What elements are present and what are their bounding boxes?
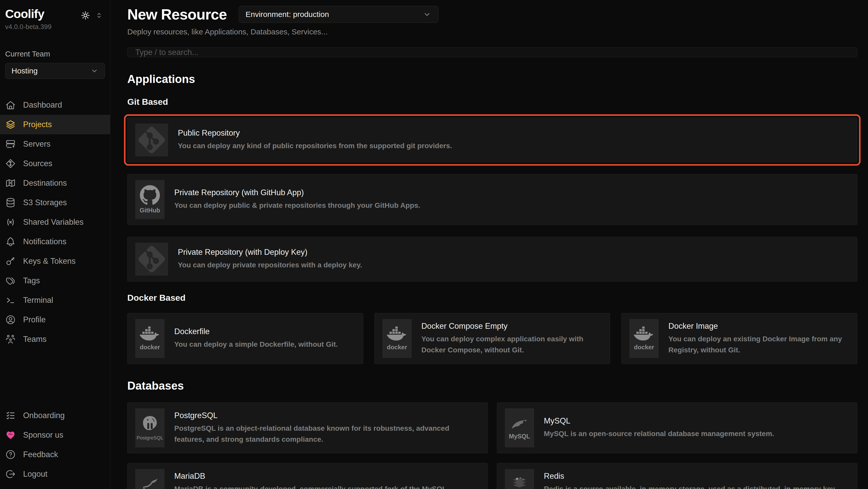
docker-logo: docker — [382, 319, 412, 358]
sidebar-item-notifications[interactable]: Notifications — [0, 232, 110, 252]
theme-switcher-chevrons-icon[interactable] — [95, 11, 103, 20]
environment-select[interactable]: Environment: production — [239, 6, 438, 23]
sidebar-item-terminal[interactable]: Terminal — [0, 290, 110, 310]
layers-icon — [5, 119, 16, 130]
card-dockerfile[interactable]: docker Dockerfile You can deploy a simpl… — [127, 313, 363, 364]
card-description: You can deploy an existing Docker Image … — [668, 333, 849, 356]
sidebar-nav: Dashboard Projects Servers Sources Desti… — [0, 95, 110, 349]
database-cards: PostgreSQL PostgreSQL PostgreSQL is an o… — [127, 402, 857, 489]
page-subtitle: Deploy resources, like Applications, Dat… — [127, 27, 857, 36]
sidebar-item-teams[interactable]: Teams — [0, 329, 110, 349]
postgresql-logo-label: PostgreSQL — [136, 435, 163, 441]
team-select-value: Hosting — [11, 66, 38, 75]
card-mysql[interactable]: MySQL MySQL MySQL is an open-source rela… — [497, 402, 857, 453]
tags-icon — [5, 275, 16, 286]
sun-icon[interactable] — [80, 10, 91, 21]
sidebar-item-sponsor-us[interactable]: Sponsor us — [0, 425, 110, 445]
map-icon — [5, 178, 16, 189]
card-public-repository[interactable]: Public Repository You can deploy any kin… — [127, 118, 857, 162]
card-description: MariaDB is a community-developed, commer… — [174, 483, 480, 489]
mysql-logo-label: MySQL — [509, 433, 530, 440]
docker-based-cards: docker Dockerfile You can deploy a simpl… — [127, 313, 857, 364]
card-title: Public Repository — [178, 128, 452, 138]
sidebar-item-logout[interactable]: Logout — [0, 464, 110, 484]
card-title: Private Repository (with GitHub App) — [174, 188, 420, 197]
chevron-down-icon — [423, 10, 431, 19]
git-diamond-icon — [5, 158, 16, 169]
github-logo-label: GitHub — [140, 207, 160, 214]
logout-icon — [5, 469, 16, 480]
mysql-logo: MySQL — [505, 408, 534, 448]
docker-logo-label: docker — [387, 344, 407, 351]
mariadb-logo: MariaDB — [135, 469, 164, 489]
sidebar-item-sources[interactable]: Sources — [0, 154, 110, 173]
user-circle-icon — [5, 314, 16, 325]
git-logo — [135, 123, 168, 156]
sidebar-header: Coolify — [0, 7, 110, 21]
card-private-repository-github-app[interactable]: GitHub Private Repository (with GitHub A… — [127, 174, 857, 225]
sidebar-item-s3-storages[interactable]: S3 Storages — [0, 193, 110, 212]
page-title: New Resource — [127, 6, 227, 23]
card-docker-compose-empty[interactable]: docker Docker Compose Empty You can depl… — [374, 313, 610, 364]
databases-heading: Databases — [127, 379, 857, 392]
sidebar-item-dashboard[interactable]: Dashboard — [0, 95, 110, 115]
card-title: Redis — [544, 471, 849, 481]
current-team-label: Current Team — [0, 50, 110, 58]
variable-icon — [5, 217, 16, 228]
card-postgresql[interactable]: PostgreSQL PostgreSQL PostgreSQL is an o… — [127, 402, 488, 453]
github-logo: GitHub — [135, 180, 164, 219]
card-title: MySQL — [544, 416, 774, 426]
bell-icon — [5, 236, 16, 247]
sidebar: Coolify v4.0.0-beta.399 Current Team Hos… — [0, 0, 111, 489]
chevron-down-icon — [90, 67, 98, 75]
sidebar-item-feedback[interactable]: Feedback — [0, 445, 110, 464]
docker-logo-label: docker — [634, 344, 654, 351]
key-icon — [5, 256, 16, 266]
card-description: You can deploy complex application easil… — [422, 333, 602, 356]
git-based-heading: Git Based — [127, 97, 857, 107]
redis-logo: redis — [505, 469, 534, 489]
card-private-repository-deploy-key[interactable]: Private Repository (with Deploy Key) You… — [127, 237, 857, 282]
sidebar-item-keys-tokens[interactable]: Keys & Tokens — [0, 252, 110, 271]
card-description: Redis is a source-available, in-memory s… — [544, 483, 849, 489]
card-description: You can deploy a simple Dockerfile, with… — [174, 339, 338, 350]
sidebar-item-projects[interactable]: Projects — [0, 115, 110, 134]
card-title: Dockerfile — [174, 327, 338, 336]
sidebar-item-destinations[interactable]: Destinations — [0, 173, 110, 193]
sidebar-item-shared-variables[interactable]: Shared Variables — [0, 212, 110, 232]
card-title: MariaDB — [174, 471, 480, 481]
card-description: MySQL is an open-source relational datab… — [544, 428, 774, 439]
docker-logo: docker — [629, 319, 658, 358]
card-title: PostgreSQL — [174, 411, 480, 420]
sidebar-item-servers[interactable]: Servers — [0, 134, 110, 154]
sidebar-item-tags[interactable]: Tags — [0, 271, 110, 290]
terminal-icon — [5, 295, 16, 306]
docker-logo-label: docker — [140, 344, 160, 351]
card-description: PostgreSQL is an object-relational datab… — [174, 423, 480, 445]
users-group-icon — [5, 334, 16, 345]
card-title: Docker Compose Empty — [422, 321, 602, 331]
database-icon — [5, 197, 16, 208]
git-based-cards: Public Repository You can deploy any kin… — [127, 118, 857, 282]
card-redis[interactable]: redis Redis Redis is a source-available,… — [497, 463, 857, 489]
sidebar-item-profile[interactable]: Profile — [0, 310, 110, 329]
team-select[interactable]: Hosting — [5, 63, 105, 79]
card-description: You can deploy private repositories with… — [178, 259, 362, 270]
search-input[interactable] — [127, 48, 857, 57]
app-logo: Coolify — [5, 7, 44, 21]
sidebar-item-onboarding[interactable]: Onboarding — [0, 406, 110, 425]
docker-logo: docker — [135, 319, 164, 358]
git-logo — [135, 243, 168, 276]
card-mariadb[interactable]: MariaDB MariaDB MariaDB is a community-d… — [127, 463, 488, 489]
heart-icon — [5, 430, 16, 440]
app-version: v4.0.0-beta.399 — [0, 23, 110, 31]
card-title: Private Repository (with Deploy Key) — [178, 248, 362, 257]
card-description: You can deploy any kind of public reposi… — [178, 140, 452, 151]
checklist-icon — [5, 410, 16, 421]
environment-select-value: Environment: production — [246, 10, 329, 19]
sidebar-footer-nav: Onboarding Sponsor us Feedback Logout — [0, 406, 110, 484]
home-icon — [5, 99, 16, 110]
server-icon — [5, 139, 16, 149]
card-docker-image[interactable]: docker Docker Image You can deploy an ex… — [621, 313, 857, 364]
page-header: New Resource Environment: production — [127, 6, 857, 23]
